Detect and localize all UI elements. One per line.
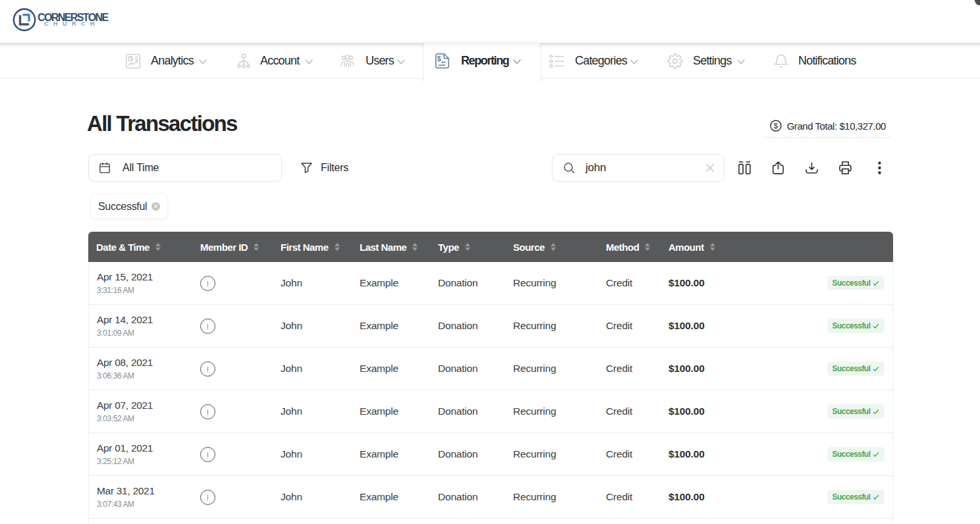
svg-text:$: $: [437, 55, 441, 63]
svg-text:$: $: [773, 122, 778, 130]
